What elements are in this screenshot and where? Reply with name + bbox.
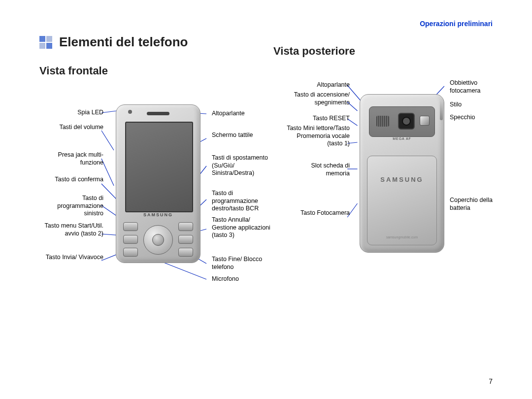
- svg-line-1: [101, 131, 114, 150]
- label-prog-destro: Tasto di programmazione destro/tasto BCR: [212, 190, 281, 213]
- label-altoparlante-rear: Altoparlante: [317, 81, 350, 89]
- section-header: Operazioni preliminari: [420, 20, 493, 28]
- label-prog-sinistro: Tasto di programmazione sinistro: [39, 195, 103, 218]
- label-microfono: Microfono: [212, 275, 239, 283]
- phone-back-illustration: MEGA AF SAMSUNG samsungmobile.com: [360, 94, 444, 253]
- front-subtitle: Vista frontale: [39, 65, 268, 77]
- label-slot-memoria: Slot scheda di memoria: [291, 162, 350, 177]
- label-tasto-fine: Tasto Fine/ Blocco telefono: [212, 256, 276, 271]
- label-tasti-volume: Tasti del volume: [59, 124, 103, 132]
- label-presa-jack: Presa jack multi-funzione: [44, 151, 103, 166]
- label-stilo: Stilo: [450, 101, 462, 109]
- title-icon: [39, 36, 52, 49]
- label-schermo: Schermo tattile: [212, 132, 271, 139]
- label-reset: Tasto RESET: [313, 115, 350, 123]
- phone-front-illustration: SAMSUNG: [116, 104, 200, 263]
- label-mini-lettore: Tasto Mini lettore/Tasto Promemoria voca…: [281, 125, 350, 148]
- page-number: 7: [489, 377, 493, 385]
- label-altoparlante-front: Altoparlante: [212, 110, 245, 118]
- label-obbiettivo: Obbiettivo fotocamera: [450, 79, 504, 95]
- label-tasto-conferma: Tasto di conferma: [44, 176, 103, 184]
- label-specchio: Specchio: [450, 114, 475, 122]
- rear-subtitle: Vista posteriore: [273, 45, 355, 58]
- label-coperchio: Coperchio della batteria: [450, 197, 504, 212]
- label-tasto-invia: Tasto Invia/ Vivavoce: [44, 254, 103, 262]
- page-title: Elementi del telefono: [59, 34, 188, 50]
- label-tasti-spostamento: Tasti di spostamento (Su/Giù/ Sinistra/D…: [212, 154, 276, 177]
- svg-line-13: [159, 261, 206, 279]
- label-tasto-fotocamera: Tasto Fotocamera: [291, 209, 350, 217]
- label-spia-led: Spia LED: [77, 109, 103, 117]
- label-tasto-annulla: Tasto Annulla/ Gestione applicazioni (ta…: [212, 216, 276, 239]
- label-tasto-menu: Tasto menu Start/Util. avvio (tasto 2): [39, 222, 103, 237]
- label-accensione: Tasto di accensione/ spegnimento: [291, 91, 350, 106]
- rear-diagram: MEGA AF SAMSUNG samsungmobile.com Altopa…: [273, 79, 502, 316]
- front-diagram: SAMSUNG Spia LED Tasti del volume Presa …: [39, 77, 268, 314]
